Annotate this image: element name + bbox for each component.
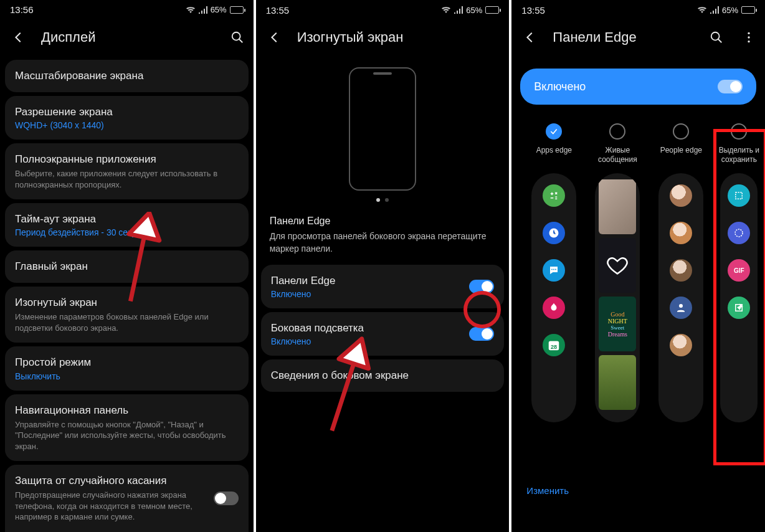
text-line: Good	[611, 311, 624, 318]
panel-preview: Good NIGHT Sweet Dreams	[595, 173, 640, 422]
value: Включено	[271, 289, 462, 299]
clock-app-icon	[543, 222, 565, 244]
edit-link[interactable]: Изменить	[526, 485, 569, 496]
back-button[interactable]	[265, 27, 285, 47]
svg-point-2	[748, 32, 749, 34]
avatar	[670, 222, 692, 244]
settings-list: Масштабирование экрана Разрешение экрана…	[0, 60, 254, 532]
svg-point-7	[553, 269, 554, 270]
label: Сведения о боковом экране	[271, 369, 495, 382]
item-easy-mode[interactable]: Простой режим Выключить	[5, 346, 249, 390]
item-edge-panels[interactable]: Панели Edge Включено	[261, 265, 505, 308]
panel-live-messages[interactable]: Живые сообщения Good NIGHT Sweet Dreams	[590, 123, 645, 422]
panel-strip[interactable]: Apps edge 28 Живые сообщения Good NIGHT	[511, 111, 765, 422]
search-button[interactable]	[706, 27, 726, 47]
label: Простой режим	[15, 356, 239, 369]
description: Изменение параметров боковых панелей Edg…	[15, 311, 239, 333]
item-edge-screen[interactable]: Изогнутый экран Изменение параметров бок…	[5, 287, 249, 343]
label: Тайм-аут экрана	[15, 212, 239, 226]
panel-preview: 28	[531, 173, 576, 422]
edge-items: Панели Edge Включено Боковая подсветка В…	[256, 265, 510, 392]
battery-percent: 65%	[211, 5, 227, 14]
messages-app-icon	[543, 259, 565, 282]
value: Выключить	[15, 371, 239, 381]
item-navigation-bar[interactable]: Навигационная панель Управляйте с помощь…	[5, 394, 249, 462]
panel-people-edge[interactable]: People edge	[653, 123, 708, 422]
label: Масштабирование экрана	[15, 69, 239, 83]
battery-icon	[230, 6, 244, 14]
phone-outline-icon	[349, 67, 416, 191]
back-button[interactable]	[520, 27, 540, 47]
panel-check[interactable]	[609, 123, 625, 140]
wifi-icon	[186, 6, 196, 14]
edge-panels-toggle[interactable]	[469, 280, 494, 293]
item-screen-timeout[interactable]: Тайм-аут экрана Период бездействия - 30 …	[5, 203, 249, 247]
label: Главный экран	[15, 260, 239, 273]
master-enable-toggle[interactable]	[718, 80, 743, 93]
item-screen-resolution[interactable]: Разрешение экрана WQHD+ (3040 x 1440)	[5, 96, 249, 140]
signal-icon	[199, 6, 207, 14]
status-indicators: 65%	[441, 6, 499, 15]
pin-icon	[728, 297, 750, 319]
item-edge-lighting[interactable]: Боковая подсветка Включено	[261, 312, 505, 356]
panel-smart-select[interactable]: Выделить и сохранить GIF	[717, 123, 761, 422]
screen-edge-panels: 13:55 65% Панели Edge Включено Apps edge	[511, 0, 765, 532]
svg-point-3	[748, 36, 749, 38]
item-edge-info[interactable]: Сведения о боковом экране	[261, 359, 505, 392]
header: Панели Edge	[511, 19, 765, 60]
item-fullscreen-apps[interactable]: Полноэкранные приложения Выберите, какие…	[5, 143, 249, 199]
label: Панели Edge	[271, 274, 462, 288]
edge-description: Панели Edge Для просмотра панелей боково…	[256, 212, 510, 265]
panel-check[interactable]	[673, 123, 689, 140]
accidental-touch-toggle[interactable]	[214, 492, 239, 505]
more-button[interactable]	[739, 27, 759, 47]
search-icon	[710, 31, 723, 44]
status-bar: 13:55 65%	[256, 0, 510, 19]
panel-check[interactable]	[731, 123, 747, 140]
status-time: 13:56	[10, 4, 34, 15]
svg-point-1	[711, 32, 720, 40]
edge-lighting-toggle[interactable]	[469, 327, 494, 341]
panel-label: Живые сообщения	[590, 146, 645, 166]
chevron-left-icon	[12, 31, 26, 44]
wifi-icon	[441, 6, 451, 14]
master-enable-row[interactable]: Включено	[520, 69, 756, 105]
calculator-app-icon	[543, 184, 565, 207]
screen-edge-screen: 13:55 65% Изогнутый экран Панели Edge Дл…	[256, 0, 510, 532]
panel-check[interactable]	[546, 123, 562, 140]
label: Защита от случайного касания	[15, 474, 206, 488]
avatar	[670, 184, 692, 207]
search-button[interactable]	[227, 27, 247, 47]
value: WQHD+ (3040 x 1440)	[15, 120, 239, 130]
svg-text:28: 28	[551, 344, 557, 350]
status-indicators: 65%	[697, 6, 755, 15]
header: Изогнутый экран	[256, 19, 510, 60]
svg-point-6	[551, 269, 553, 270]
value: Период бездействия - 30 секунд	[15, 227, 239, 237]
gallery-app-icon	[543, 297, 565, 319]
more-vert-icon	[743, 31, 755, 44]
label: Включено	[534, 80, 718, 93]
chevron-left-icon	[268, 31, 282, 44]
battery-icon	[741, 6, 755, 14]
status-bar: 13:56 65%	[0, 0, 254, 19]
page-indicator	[376, 198, 389, 202]
panel-apps-edge[interactable]: Apps edge 28	[526, 123, 581, 422]
desc-text: Для просмотра панелей бокового экрана пе…	[270, 230, 496, 255]
panel-label: Apps edge	[536, 146, 572, 166]
thumbnail	[599, 179, 636, 234]
item-screen-zoom[interactable]: Масштабирование экрана	[5, 60, 249, 92]
item-accidental-touch[interactable]: Защита от случайного касания Предотвраще…	[5, 465, 249, 532]
signal-icon	[710, 6, 719, 14]
value: Включено	[271, 336, 462, 346]
avatar	[670, 259, 692, 282]
edge-preview	[256, 60, 510, 212]
back-button[interactable]	[9, 27, 29, 47]
page-title: Изогнутый экран	[297, 29, 503, 45]
battery-percent: 65%	[722, 6, 738, 15]
item-home-screen[interactable]: Главный экран	[5, 250, 249, 283]
panel-label: People edge	[660, 146, 702, 166]
battery-percent: 65%	[466, 6, 482, 15]
add-contact-icon	[670, 297, 692, 319]
svg-point-8	[555, 269, 556, 270]
